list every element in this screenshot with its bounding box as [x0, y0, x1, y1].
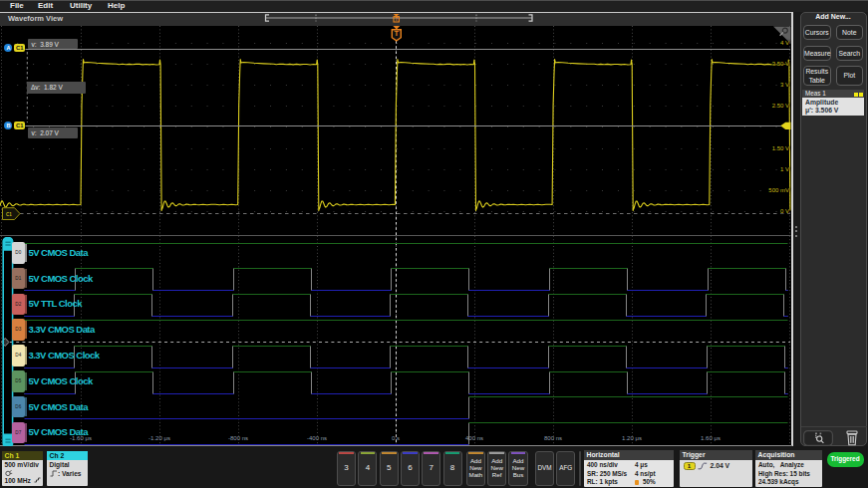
svg-text:T: T [395, 29, 400, 38]
svg-text:T: T [395, 17, 398, 22]
svg-text:C1: C1 [6, 212, 12, 217]
